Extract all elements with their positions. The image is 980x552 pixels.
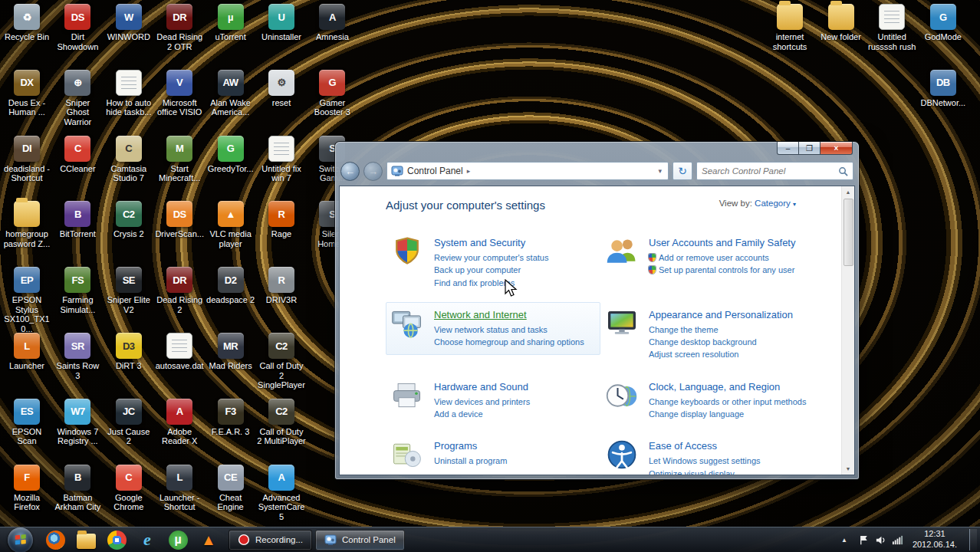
category-link[interactable]: Back up your computer	[434, 264, 548, 275]
desktop-icon[interactable]: BBitTorrent	[52, 201, 103, 239]
desktop-icon[interactable]: CCCleaner	[52, 136, 103, 174]
desktop-icon[interactable]: AAdobe Reader X	[154, 399, 205, 446]
desktop-icon[interactable]: W7Windows 7 Registry ...	[52, 399, 103, 446]
category-link[interactable]: Add or remove user accounts	[649, 252, 795, 263]
back-button[interactable]: ←	[340, 162, 360, 181]
desktop-icon[interactable]: FSFarming Simulat...	[52, 267, 103, 314]
refresh-button[interactable]: ↻	[673, 162, 692, 180]
start-button[interactable]	[8, 527, 33, 552]
firefox-taskbar-button[interactable]	[40, 529, 71, 551]
category-ease-of-access[interactable]: Ease of AccessLet Windows suggest settin…	[600, 433, 828, 475]
desktop-icon[interactable]: BBatman Arkham City	[52, 465, 103, 512]
scroll-down-icon[interactable]: ▼	[846, 463, 851, 475]
category-title[interactable]: Network and Internet	[434, 309, 527, 320]
desktop-icon[interactable]: DXDeus Ex - Human ...	[2, 70, 52, 117]
desktop-icon[interactable]: D2deadspace 2	[206, 267, 256, 305]
category-user-accounts-and-family-safety[interactable]: User Accounts and Family SafetyAdd or re…	[600, 230, 828, 284]
desktop-icon[interactable]: SRSaints Row 3	[52, 333, 103, 380]
chevron-down-icon[interactable]: ▾	[793, 201, 796, 208]
desktop-icon[interactable]: DSDirt Showdown	[52, 4, 103, 51]
category-link[interactable]: Let Windows suggest settings	[649, 455, 761, 466]
search-box[interactable]	[696, 162, 853, 180]
category-link[interactable]: Set up parental controls for any user	[649, 264, 795, 275]
internet-explorer-taskbar-button[interactable]: e	[132, 529, 163, 551]
search-input[interactable]	[702, 166, 838, 176]
desktop-icon[interactable]: C2Call of Duty 2 MultiPlayer	[256, 399, 307, 446]
show-desktop-button[interactable]	[969, 529, 977, 550]
category-title[interactable]: User Accounts and Family Safety	[649, 237, 795, 248]
desktop-icon[interactable]: SESniper Elite V2	[104, 267, 154, 314]
scroll-up-icon[interactable]: ▲	[846, 186, 851, 198]
category-link[interactable]: Change display language	[649, 409, 806, 419]
forward-button[interactable]: →	[363, 162, 383, 181]
desktop-icon[interactable]: Untitled fix win 7	[256, 136, 307, 183]
desktop-icon[interactable]: CECheat Engine	[206, 465, 256, 512]
desktop-icon[interactable]: homegroup pasword Z...	[2, 201, 52, 248]
desktop-icon[interactable]: AAmnesia	[307, 4, 357, 42]
chrome-taskbar-button[interactable]	[101, 529, 132, 551]
breadcrumb-item[interactable]: Control Panel	[407, 166, 463, 176]
category-hardware-and-sound[interactable]: Hardware and SoundView devices and print…	[386, 374, 600, 428]
desktop-icon[interactable]: UUninstaller	[256, 4, 307, 42]
category-clock-language-and-region[interactable]: Clock, Language, and RegionChange keyboa…	[600, 374, 828, 428]
desktop-icon[interactable]: DBDBNetwor...	[918, 70, 968, 108]
category-link[interactable]: View network status and tasks	[434, 324, 584, 335]
category-title[interactable]: Clock, Language, and Region	[649, 381, 780, 393]
clock[interactable]: 12:31 2012.06.14.	[913, 529, 957, 550]
desktop-icon[interactable]: ⊕Sniper Ghost Warrior	[52, 70, 103, 127]
vlc-taskbar-button[interactable]: ▲	[193, 529, 224, 551]
desktop-icon[interactable]: internet shortcuts	[765, 4, 815, 51]
minimize-button[interactable]: –	[777, 142, 799, 155]
category-title[interactable]: System and Security	[434, 237, 525, 248]
desktop-icon[interactable]: D3DiRT 3	[104, 333, 154, 371]
desktop-icon[interactable]: DSDriverScan...	[154, 201, 205, 239]
maximize-button[interactable]: ❐	[799, 142, 820, 155]
volume-icon[interactable]	[875, 534, 886, 546]
category-appearance-and-personalization[interactable]: Appearance and PersonalizationChange the…	[600, 302, 828, 368]
desktop-icon[interactable]: DRDead Rising 2	[154, 267, 205, 314]
category-programs[interactable]: ProgramsUninstall a program	[386, 433, 600, 475]
desktop-icon[interactable]: JCJust Cause 2	[104, 399, 154, 446]
address-breadcrumb[interactable]: Control Panel ▸ ▾	[386, 162, 669, 180]
category-link[interactable]: Change keyboards or other input methods	[649, 396, 806, 407]
control-panel-window-button[interactable]: Control Panel	[315, 530, 405, 550]
category-link[interactable]: Uninstall a program	[434, 455, 507, 466]
desktop-icon[interactable]: MRMad Riders	[206, 333, 256, 371]
desktop-icon[interactable]: Untitled russssh rush	[867, 4, 917, 51]
category-title[interactable]: Ease of Access	[649, 440, 717, 452]
desktop-icon[interactable]: FMozilla Firefox	[2, 465, 52, 512]
desktop-icon[interactable]: LLauncher	[2, 333, 52, 371]
recorder-window-button[interactable]: Recording...	[229, 530, 312, 550]
desktop-icon[interactable]: GGodMode	[918, 4, 968, 42]
desktop-icon[interactable]: MStart Minecraft...	[154, 136, 205, 183]
desktop-icon[interactable]: CGoogle Chrome	[104, 465, 154, 512]
desktop-icon[interactable]: ▲VLC media player	[206, 201, 256, 248]
desktop-icon[interactable]: VMicrosoft office VISIO	[154, 70, 205, 117]
desktop-icon[interactable]: ♻Recycle Bin	[2, 4, 52, 42]
window-titlebar[interactable]: – ❐ ×	[339, 142, 855, 160]
desktop-icon[interactable]: C2Call of Duty 2 SinglePlayer	[256, 333, 307, 390]
category-link[interactable]: Review your computer's status	[434, 252, 548, 263]
category-link[interactable]: Choose homegroup and sharing options	[434, 337, 584, 347]
desktop-icon[interactable]: AWAlan Wake America...	[206, 70, 256, 117]
scrollbar[interactable]: ▲ ▼	[841, 186, 854, 475]
chevron-right-icon[interactable]: ▸	[467, 167, 471, 175]
utorrent-taskbar-button[interactable]: µ	[163, 529, 193, 551]
category-link[interactable]: Add a device	[434, 409, 530, 419]
action-center-icon[interactable]	[858, 534, 870, 546]
desktop-icon[interactable]: AAdvanced SystemCare 5	[256, 465, 307, 522]
view-by-value[interactable]: Category	[755, 199, 791, 208]
close-button[interactable]: ×	[820, 142, 853, 155]
desktop-icon[interactable]: autosave.dat	[154, 333, 205, 371]
category-link[interactable]: Change the theme	[649, 324, 793, 335]
desktop-icon[interactable]: DRDead Rising 2 OTR	[154, 4, 205, 51]
desktop-icon[interactable]: EPEPSON Stylus SX100_TX10...	[2, 267, 52, 334]
desktop-icon[interactable]: DIdeadisland - Shortcut	[2, 136, 52, 183]
address-dropdown-icon[interactable]: ▾	[656, 167, 664, 175]
desktop-icon[interactable]: ⚙reset	[256, 70, 307, 108]
category-link[interactable]: Change desktop background	[649, 337, 793, 347]
desktop-icon[interactable]: How to auto hide taskb...	[104, 70, 154, 117]
desktop-icon[interactable]: RDRIV3R	[256, 267, 307, 305]
desktop-icon[interactable]: GGreedyTor...	[206, 136, 256, 174]
desktop-icon[interactable]: ESEPSON Scan	[2, 399, 52, 446]
